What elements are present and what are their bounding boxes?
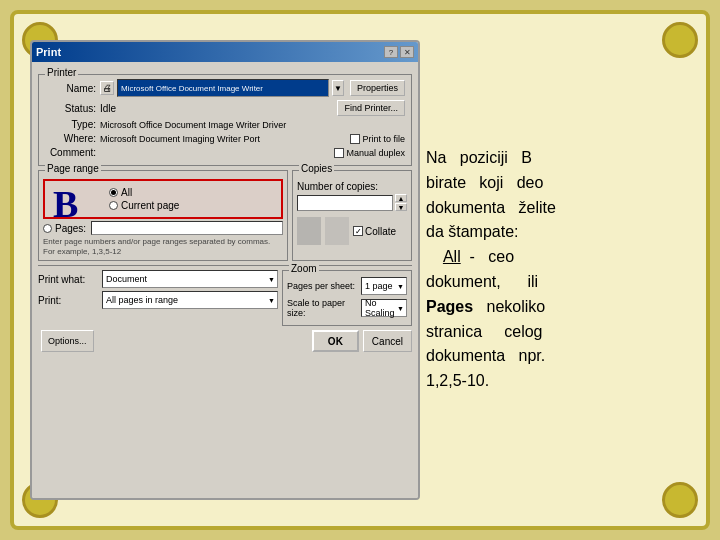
copies-spinner: ▲ ▼ — [395, 194, 407, 211]
print-what-label: Print what: — [38, 274, 98, 285]
dialog-titlebar: Print ? ✕ — [32, 42, 418, 62]
text-line1: Na poziciji B — [426, 149, 532, 166]
pages-bold: Pages — [426, 298, 473, 315]
pages-per-sheet-value: 1 page — [365, 281, 393, 291]
zoom-label: Zoom — [289, 263, 319, 274]
current-page-radio[interactable] — [109, 201, 118, 210]
scale-arrow: ▼ — [397, 305, 404, 312]
options-btn[interactable]: Options... — [41, 330, 94, 352]
comment-label: Comment: — [45, 147, 100, 158]
name-dropdown-arrow[interactable]: ▼ — [332, 80, 344, 96]
current-page-label: Current page — [121, 200, 179, 211]
copies-up-btn[interactable]: ▲ — [395, 194, 407, 202]
where-label: Where: — [45, 133, 100, 144]
printer-name-input[interactable]: Microsoft Office Document Image Writer — [117, 79, 329, 97]
b-letter: B — [53, 185, 78, 223]
explanation-panel: Na poziciji B birate koji deo dokumenta … — [420, 40, 690, 500]
print-what-arrow: ▼ — [268, 276, 275, 283]
printer-section: Printer Name: 🖨 Microsoft Office Documen… — [38, 74, 412, 166]
collate-checkbox-row: ✓ Collate — [353, 226, 396, 237]
collate-checkbox[interactable]: ✓ — [353, 226, 363, 236]
print-dialog: Print ? ✕ Printer Name: 🖨 Microsoft Offi… — [30, 40, 420, 500]
print-value: All pages in range — [106, 295, 178, 305]
manual-duplex-checkbox[interactable] — [334, 148, 344, 158]
type-label: Type: — [45, 119, 100, 130]
printer-icon: 🖨 — [100, 81, 114, 95]
pages-hint: Enter page numbers and/or page ranges se… — [43, 237, 283, 256]
scale-select[interactable]: No Scaling ▼ — [361, 299, 407, 317]
find-printer-btn[interactable]: Find Printer... — [337, 100, 405, 116]
status-label: Status: — [45, 103, 100, 114]
text-indent: All - ceo — [426, 248, 514, 265]
main-frame: Print ? ✕ Printer Name: 🖨 Microsoft Offi… — [10, 10, 710, 530]
collate-icon2 — [325, 217, 349, 245]
print-to-file-label: Print to file — [362, 134, 405, 144]
copies-down-btn[interactable]: ▼ — [395, 203, 407, 211]
name-label: Name: — [45, 83, 100, 94]
manual-duplex-row: Manual duplex — [334, 148, 405, 158]
ok-btn[interactable]: OK — [312, 330, 359, 352]
text-numbers: 1,2,5-10. — [426, 372, 489, 389]
pages-per-sheet-row: Pages per sheet: 1 page ▼ — [287, 277, 407, 295]
print-to-file-checkbox[interactable] — [350, 134, 360, 144]
print-row: Print: All pages in range ▼ — [38, 291, 278, 309]
comment-row: Comment: Manual duplex — [45, 147, 405, 158]
scale-label: Scale to paper size: — [287, 298, 357, 318]
print-what-value: Document — [106, 274, 147, 284]
pages-input[interactable] — [91, 221, 283, 235]
text-dokument: dokument, ili — [426, 273, 538, 290]
print-what-select[interactable]: Document ▼ — [102, 270, 278, 288]
text-line2: birate koji deo — [426, 174, 543, 191]
print-select[interactable]: All pages in range ▼ — [102, 291, 278, 309]
dialog-title: Print — [36, 46, 61, 58]
pages-row: Pages: — [43, 221, 283, 235]
copies-section: Copies Number of copies: ▲ ▼ — [292, 170, 412, 261]
cancel-btn[interactable]: Cancel — [363, 330, 412, 352]
current-page-row: Current page — [109, 200, 277, 211]
radio-options: All Current page — [49, 187, 277, 211]
dialog-help-btn[interactable]: ? — [384, 46, 398, 58]
properties-btn[interactable]: Properties — [350, 80, 405, 96]
copies-input[interactable] — [297, 195, 393, 211]
pages-per-sheet-label: Pages per sheet: — [287, 281, 357, 291]
zoom-section: Zoom Pages per sheet: 1 page ▼ Scale to … — [282, 270, 412, 326]
b-highlight-box: B All Current page — [43, 179, 283, 219]
text-line4: da štampate: — [426, 223, 519, 240]
dialog-close-btn[interactable]: ✕ — [400, 46, 414, 58]
name-row: Name: 🖨 Microsoft Office Document Image … — [45, 79, 405, 97]
scale-row: Scale to paper size: No Scaling ▼ — [287, 298, 407, 318]
collate-row: ✓ Collate — [297, 217, 407, 245]
number-copies-label: Number of copies: — [297, 181, 407, 192]
pages-per-sheet-select[interactable]: 1 page ▼ — [361, 277, 407, 295]
dialog-body: Printer Name: 🖨 Microsoft Office Documen… — [32, 62, 418, 498]
text-pages-rest: nekoliko — [473, 298, 545, 315]
page-range-label: Page range — [45, 163, 101, 174]
type-row: Type: Microsoft Office Document Image Wr… — [45, 119, 405, 130]
page-range-section: Page range B All Current pa — [38, 170, 288, 261]
pages-per-sheet-arrow: ▼ — [397, 283, 404, 290]
text-stranica: stranica celog — [426, 323, 543, 340]
pages-radio[interactable] — [43, 224, 52, 233]
printer-section-label: Printer — [45, 67, 78, 78]
separator-line — [38, 265, 412, 266]
print-arrow: ▼ — [268, 297, 275, 304]
print-what-row: Print what: Document ▼ — [38, 270, 278, 288]
middle-section: Page range B All Current pa — [38, 170, 412, 261]
content-text: Na poziciji B birate koji deo dokumenta … — [426, 146, 684, 394]
copies-input-row: ▲ ▼ — [297, 194, 407, 211]
all-underlined: All — [443, 248, 461, 265]
bottom-section: Print what: Document ▼ Print: All pages … — [38, 270, 412, 326]
corner-decoration-br — [662, 482, 698, 518]
all-radio-row: All — [109, 187, 277, 198]
status-row: Status: Idle Find Printer... — [45, 100, 405, 116]
buttons-row: Options... OK Cancel — [38, 330, 412, 352]
copies-label: Copies — [299, 163, 334, 174]
where-row: Where: Microsoft Document Imaging Writer… — [45, 133, 405, 144]
ok-cancel-group: OK Cancel — [312, 330, 412, 352]
manual-duplex-label: Manual duplex — [346, 148, 405, 158]
print-what-col: Print what: Document ▼ Print: All pages … — [38, 270, 278, 326]
all-radio[interactable] — [109, 188, 118, 197]
print-to-file-row: Print to file — [350, 134, 405, 144]
dialog-controls: ? ✕ — [384, 46, 414, 58]
status-value: Idle — [100, 103, 334, 114]
